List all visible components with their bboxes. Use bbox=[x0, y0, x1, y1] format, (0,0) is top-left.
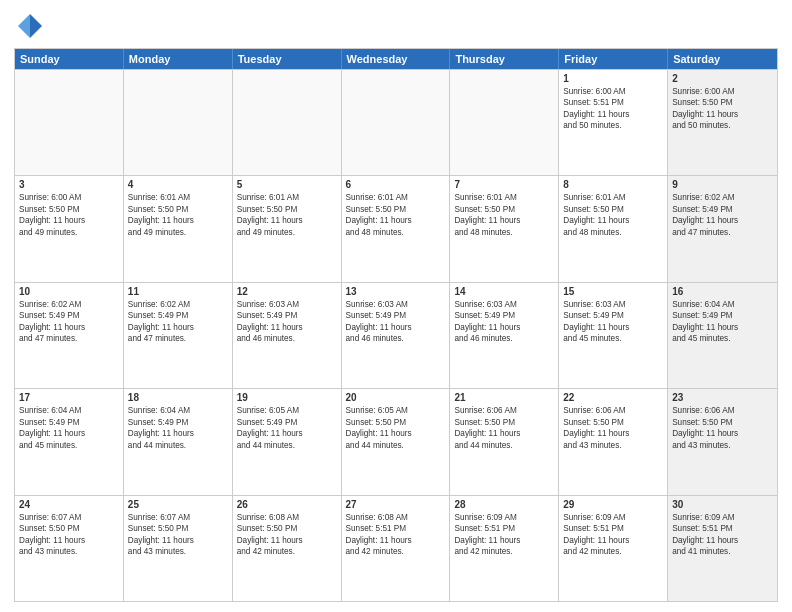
day-number: 17 bbox=[19, 392, 119, 403]
week-row-1: 1Sunrise: 6:00 AM Sunset: 5:51 PM Daylig… bbox=[15, 69, 777, 175]
cal-cell-5-1: 24Sunrise: 6:07 AM Sunset: 5:50 PM Dayli… bbox=[15, 496, 124, 601]
cal-cell-2-3: 5Sunrise: 6:01 AM Sunset: 5:50 PM Daylig… bbox=[233, 176, 342, 281]
week-row-2: 3Sunrise: 6:00 AM Sunset: 5:50 PM Daylig… bbox=[15, 175, 777, 281]
day-number: 29 bbox=[563, 499, 663, 510]
day-number: 21 bbox=[454, 392, 554, 403]
day-info: Sunrise: 6:09 AM Sunset: 5:51 PM Dayligh… bbox=[454, 512, 554, 558]
day-number: 27 bbox=[346, 499, 446, 510]
day-info: Sunrise: 6:00 AM Sunset: 5:51 PM Dayligh… bbox=[563, 86, 663, 132]
day-info: Sunrise: 6:09 AM Sunset: 5:51 PM Dayligh… bbox=[672, 512, 773, 558]
calendar: SundayMondayTuesdayWednesdayThursdayFrid… bbox=[14, 48, 778, 602]
cal-cell-3-5: 14Sunrise: 6:03 AM Sunset: 5:49 PM Dayli… bbox=[450, 283, 559, 388]
cal-cell-1-3 bbox=[233, 70, 342, 175]
cal-cell-2-4: 6Sunrise: 6:01 AM Sunset: 5:50 PM Daylig… bbox=[342, 176, 451, 281]
cal-cell-5-7: 30Sunrise: 6:09 AM Sunset: 5:51 PM Dayli… bbox=[668, 496, 777, 601]
week-row-4: 17Sunrise: 6:04 AM Sunset: 5:49 PM Dayli… bbox=[15, 388, 777, 494]
cal-cell-1-5 bbox=[450, 70, 559, 175]
calendar-header: SundayMondayTuesdayWednesdayThursdayFrid… bbox=[15, 49, 777, 69]
header-cell-tuesday: Tuesday bbox=[233, 49, 342, 69]
svg-marker-1 bbox=[18, 14, 30, 38]
cal-cell-1-7: 2Sunrise: 6:00 AM Sunset: 5:50 PM Daylig… bbox=[668, 70, 777, 175]
header-cell-wednesday: Wednesday bbox=[342, 49, 451, 69]
day-number: 11 bbox=[128, 286, 228, 297]
day-info: Sunrise: 6:01 AM Sunset: 5:50 PM Dayligh… bbox=[563, 192, 663, 238]
day-number: 28 bbox=[454, 499, 554, 510]
header-cell-thursday: Thursday bbox=[450, 49, 559, 69]
day-number: 7 bbox=[454, 179, 554, 190]
cal-cell-4-1: 17Sunrise: 6:04 AM Sunset: 5:49 PM Dayli… bbox=[15, 389, 124, 494]
cal-cell-2-2: 4Sunrise: 6:01 AM Sunset: 5:50 PM Daylig… bbox=[124, 176, 233, 281]
logo-icon bbox=[14, 10, 46, 42]
day-number: 24 bbox=[19, 499, 119, 510]
calendar-body: 1Sunrise: 6:00 AM Sunset: 5:51 PM Daylig… bbox=[15, 69, 777, 601]
day-info: Sunrise: 6:06 AM Sunset: 5:50 PM Dayligh… bbox=[672, 405, 773, 451]
svg-marker-0 bbox=[30, 14, 42, 38]
day-number: 10 bbox=[19, 286, 119, 297]
cal-cell-1-2 bbox=[124, 70, 233, 175]
day-info: Sunrise: 6:09 AM Sunset: 5:51 PM Dayligh… bbox=[563, 512, 663, 558]
day-number: 22 bbox=[563, 392, 663, 403]
cal-cell-4-3: 19Sunrise: 6:05 AM Sunset: 5:49 PM Dayli… bbox=[233, 389, 342, 494]
day-number: 5 bbox=[237, 179, 337, 190]
cal-cell-5-4: 27Sunrise: 6:08 AM Sunset: 5:51 PM Dayli… bbox=[342, 496, 451, 601]
header-cell-friday: Friday bbox=[559, 49, 668, 69]
day-info: Sunrise: 6:00 AM Sunset: 5:50 PM Dayligh… bbox=[19, 192, 119, 238]
cal-cell-2-7: 9Sunrise: 6:02 AM Sunset: 5:49 PM Daylig… bbox=[668, 176, 777, 281]
day-number: 3 bbox=[19, 179, 119, 190]
day-number: 25 bbox=[128, 499, 228, 510]
day-info: Sunrise: 6:02 AM Sunset: 5:49 PM Dayligh… bbox=[128, 299, 228, 345]
day-info: Sunrise: 6:06 AM Sunset: 5:50 PM Dayligh… bbox=[563, 405, 663, 451]
day-info: Sunrise: 6:08 AM Sunset: 5:50 PM Dayligh… bbox=[237, 512, 337, 558]
cal-cell-5-5: 28Sunrise: 6:09 AM Sunset: 5:51 PM Dayli… bbox=[450, 496, 559, 601]
cal-cell-2-6: 8Sunrise: 6:01 AM Sunset: 5:50 PM Daylig… bbox=[559, 176, 668, 281]
cal-cell-3-6: 15Sunrise: 6:03 AM Sunset: 5:49 PM Dayli… bbox=[559, 283, 668, 388]
week-row-5: 24Sunrise: 6:07 AM Sunset: 5:50 PM Dayli… bbox=[15, 495, 777, 601]
cal-cell-2-5: 7Sunrise: 6:01 AM Sunset: 5:50 PM Daylig… bbox=[450, 176, 559, 281]
day-info: Sunrise: 6:01 AM Sunset: 5:50 PM Dayligh… bbox=[346, 192, 446, 238]
day-info: Sunrise: 6:05 AM Sunset: 5:49 PM Dayligh… bbox=[237, 405, 337, 451]
cal-cell-4-6: 22Sunrise: 6:06 AM Sunset: 5:50 PM Dayli… bbox=[559, 389, 668, 494]
day-number: 20 bbox=[346, 392, 446, 403]
day-number: 30 bbox=[672, 499, 773, 510]
day-info: Sunrise: 6:04 AM Sunset: 5:49 PM Dayligh… bbox=[19, 405, 119, 451]
day-number: 6 bbox=[346, 179, 446, 190]
week-row-3: 10Sunrise: 6:02 AM Sunset: 5:49 PM Dayli… bbox=[15, 282, 777, 388]
day-info: Sunrise: 6:07 AM Sunset: 5:50 PM Dayligh… bbox=[128, 512, 228, 558]
day-number: 16 bbox=[672, 286, 773, 297]
day-number: 8 bbox=[563, 179, 663, 190]
day-info: Sunrise: 6:04 AM Sunset: 5:49 PM Dayligh… bbox=[128, 405, 228, 451]
cal-cell-4-2: 18Sunrise: 6:04 AM Sunset: 5:49 PM Dayli… bbox=[124, 389, 233, 494]
day-number: 12 bbox=[237, 286, 337, 297]
cal-cell-3-2: 11Sunrise: 6:02 AM Sunset: 5:49 PM Dayli… bbox=[124, 283, 233, 388]
day-number: 2 bbox=[672, 73, 773, 84]
cal-cell-5-3: 26Sunrise: 6:08 AM Sunset: 5:50 PM Dayli… bbox=[233, 496, 342, 601]
logo bbox=[14, 10, 50, 42]
day-info: Sunrise: 6:01 AM Sunset: 5:50 PM Dayligh… bbox=[454, 192, 554, 238]
cal-cell-4-7: 23Sunrise: 6:06 AM Sunset: 5:50 PM Dayli… bbox=[668, 389, 777, 494]
day-info: Sunrise: 6:02 AM Sunset: 5:49 PM Dayligh… bbox=[672, 192, 773, 238]
cal-cell-5-6: 29Sunrise: 6:09 AM Sunset: 5:51 PM Dayli… bbox=[559, 496, 668, 601]
cal-cell-3-1: 10Sunrise: 6:02 AM Sunset: 5:49 PM Dayli… bbox=[15, 283, 124, 388]
header-cell-saturday: Saturday bbox=[668, 49, 777, 69]
day-info: Sunrise: 6:03 AM Sunset: 5:49 PM Dayligh… bbox=[563, 299, 663, 345]
day-info: Sunrise: 6:06 AM Sunset: 5:50 PM Dayligh… bbox=[454, 405, 554, 451]
day-info: Sunrise: 6:03 AM Sunset: 5:49 PM Dayligh… bbox=[237, 299, 337, 345]
day-info: Sunrise: 6:07 AM Sunset: 5:50 PM Dayligh… bbox=[19, 512, 119, 558]
day-number: 1 bbox=[563, 73, 663, 84]
day-number: 15 bbox=[563, 286, 663, 297]
day-number: 18 bbox=[128, 392, 228, 403]
cal-cell-5-2: 25Sunrise: 6:07 AM Sunset: 5:50 PM Dayli… bbox=[124, 496, 233, 601]
page: SundayMondayTuesdayWednesdayThursdayFrid… bbox=[0, 0, 792, 612]
day-info: Sunrise: 6:03 AM Sunset: 5:49 PM Dayligh… bbox=[454, 299, 554, 345]
day-info: Sunrise: 6:08 AM Sunset: 5:51 PM Dayligh… bbox=[346, 512, 446, 558]
day-info: Sunrise: 6:01 AM Sunset: 5:50 PM Dayligh… bbox=[237, 192, 337, 238]
cal-cell-4-4: 20Sunrise: 6:05 AM Sunset: 5:50 PM Dayli… bbox=[342, 389, 451, 494]
day-number: 26 bbox=[237, 499, 337, 510]
cal-cell-1-1 bbox=[15, 70, 124, 175]
day-number: 19 bbox=[237, 392, 337, 403]
day-info: Sunrise: 6:02 AM Sunset: 5:49 PM Dayligh… bbox=[19, 299, 119, 345]
day-info: Sunrise: 6:05 AM Sunset: 5:50 PM Dayligh… bbox=[346, 405, 446, 451]
day-number: 13 bbox=[346, 286, 446, 297]
cal-cell-1-6: 1Sunrise: 6:00 AM Sunset: 5:51 PM Daylig… bbox=[559, 70, 668, 175]
header-cell-sunday: Sunday bbox=[15, 49, 124, 69]
